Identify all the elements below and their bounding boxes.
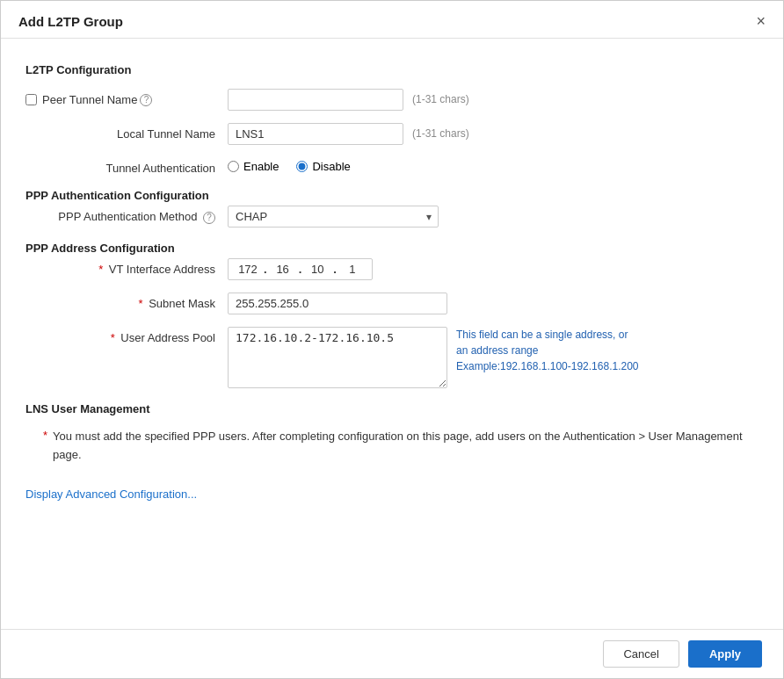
peer-tunnel-input[interactable] (228, 89, 403, 111)
advanced-config-link[interactable]: Display Advanced Configuration... (25, 488, 197, 501)
vt-interface-row: * VT Interface Address . . . (25, 258, 759, 280)
vt-interface-label: * VT Interface Address (25, 258, 228, 276)
vt-interface-ip4[interactable] (338, 261, 367, 278)
peer-tunnel-control: (1-31 chars) (228, 89, 759, 111)
user-address-pool-textarea[interactable]: 172.16.10.2-172.16.10.5 (228, 327, 447, 388)
tunnel-auth-disable-option[interactable]: Disable (296, 160, 350, 173)
dialog: Add L2TP Group × L2TP Configuration Peer… (0, 0, 784, 679)
user-address-pool-required: * (111, 331, 115, 344)
ip-dot-2: . (297, 263, 304, 276)
close-button[interactable]: × (756, 13, 766, 29)
peer-tunnel-label: Peer Tunnel Name ? (25, 89, 228, 106)
ppp-auth-method-select[interactable]: CHAP PAP MS-CHAP MS-CHAP v2 (228, 206, 439, 228)
user-address-pool-hint: This field can be a single address, or a… (456, 327, 639, 374)
vt-interface-ip-field: . . . (228, 258, 373, 280)
lns-info: * You must add the specified PPP users. … (25, 419, 759, 473)
tunnel-auth-enable-label: Enable (243, 160, 279, 173)
vt-interface-control: . . . (228, 258, 759, 280)
ppp-auth-method-select-wrap: CHAP PAP MS-CHAP MS-CHAP v2 (228, 206, 439, 228)
apply-button[interactable]: Apply (688, 640, 762, 668)
vt-interface-ip1[interactable] (234, 261, 262, 278)
dialog-header: Add L2TP Group × (1, 1, 783, 39)
tunnel-auth-control: Enable Disable (228, 157, 759, 173)
ppp-auth-method-row: PPP Authentication Method ? CHAP PAP MS-… (25, 206, 759, 228)
tunnel-auth-enable-radio[interactable] (228, 161, 239, 172)
dialog-footer: Cancel Apply (1, 629, 783, 678)
peer-tunnel-row: Peer Tunnel Name ? (1-31 chars) (25, 89, 759, 111)
lns-info-text: * You must add the specified PPP users. … (43, 428, 759, 465)
local-tunnel-label: Local Tunnel Name (25, 123, 228, 141)
pool-hint-example: Example:192.168.1.100-192.168.1.200 (456, 360, 639, 372)
ppp-auth-method-control: CHAP PAP MS-CHAP MS-CHAP v2 (228, 206, 759, 228)
peer-tunnel-checkbox[interactable] (25, 94, 37, 105)
subnet-mask-control (228, 293, 759, 314)
ppp-auth-help-icon[interactable]: ? (203, 212, 215, 224)
lns-user-section-title: LNS User Management (25, 402, 759, 415)
ppp-auth-method-label: PPP Authentication Method ? (25, 206, 228, 224)
subnet-mask-label: * Subnet Mask (25, 293, 228, 310)
vt-interface-required: * (98, 263, 103, 276)
pool-hint-line2: an address range (456, 344, 538, 357)
dialog-body: L2TP Configuration Peer Tunnel Name ? (1… (1, 39, 783, 629)
subnet-mask-required: * (138, 297, 142, 310)
ppp-auth-section-title: PPP Authentication Configuration (25, 189, 759, 202)
tunnel-auth-radio-group: Enable Disable (228, 157, 368, 173)
vt-interface-ip3[interactable] (303, 261, 331, 278)
tunnel-auth-disable-radio[interactable] (296, 161, 308, 172)
pool-hint-line1: This field can be a single address, or (456, 329, 628, 341)
tunnel-auth-disable-label: Disable (312, 160, 350, 173)
tunnel-auth-row: Tunnel Authentication Enable Disable (25, 157, 759, 175)
lns-info-content: You must add the specified PPP users. Af… (53, 430, 742, 461)
local-tunnel-row: Local Tunnel Name (1-31 chars) (25, 123, 759, 145)
ppp-address-section-title: PPP Address Configuration (25, 242, 759, 255)
user-address-pool-row: * User Address Pool 172.16.10.2-172.16.1… (25, 327, 759, 388)
user-address-pool-control: 172.16.10.2-172.16.10.5 This field can b… (228, 327, 759, 388)
dialog-title: Add L2TP Group (18, 14, 123, 29)
tunnel-auth-enable-option[interactable]: Enable (228, 160, 279, 173)
ip-dot-3: . (331, 263, 338, 276)
ip-dot-1: . (262, 263, 269, 276)
peer-tunnel-hint: (1-31 chars) (412, 89, 469, 105)
subnet-mask-input[interactable] (228, 293, 447, 314)
peer-tunnel-help-icon[interactable]: ? (140, 94, 152, 106)
subnet-mask-row: * Subnet Mask (25, 293, 759, 314)
l2tp-config-section-title: L2TP Configuration (25, 63, 759, 76)
lns-info-required: * (43, 429, 47, 442)
cancel-button[interactable]: Cancel (603, 640, 679, 668)
local-tunnel-control: (1-31 chars) (228, 123, 759, 145)
local-tunnel-hint: (1-31 chars) (412, 123, 469, 140)
vt-interface-ip2[interactable] (269, 261, 297, 278)
user-address-pool-label: * User Address Pool (25, 327, 228, 344)
tunnel-auth-label: Tunnel Authentication (25, 157, 228, 175)
local-tunnel-input[interactable] (228, 123, 403, 145)
lns-info-inner: You must add the specified PPP users. Af… (53, 428, 759, 465)
